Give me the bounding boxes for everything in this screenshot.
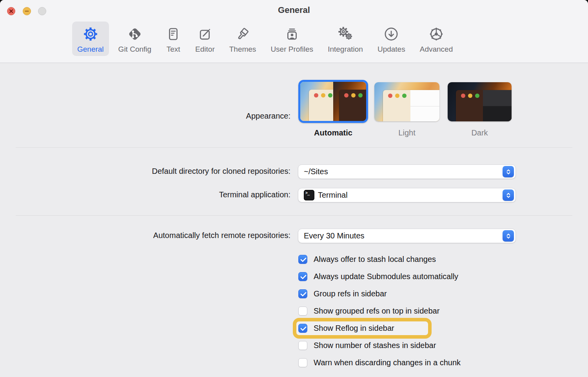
toolbar-tabs: General Git Config [72,22,458,56]
checkbox[interactable] [298,324,307,333]
tab-editor[interactable]: Editor [190,22,220,56]
window-title: General [0,5,588,15]
default-directory-value: ~/Sites [304,167,503,176]
git-icon [127,25,143,43]
terminal-app-icon [304,190,314,200]
dial-gear-icon [429,25,444,43]
auto-fetch-value: Every 30 Minutes [304,231,503,240]
checkbox-row-number-of-stashes[interactable]: Show number of stashes in sidebar [298,341,436,350]
close-button[interactable] [7,7,15,15]
terminal-app-value: Terminal [304,190,503,200]
tab-label: Editor [195,45,215,53]
appearance-label-light: Light [374,128,439,137]
section-divider [16,215,572,216]
tab-label: Updates [377,45,405,53]
checkbox[interactable] [298,255,307,264]
tab-label: Git Config [118,45,151,53]
tab-themes[interactable]: Themes [224,22,261,56]
tab-general[interactable]: General [72,22,109,56]
popup-arrows-icon [503,189,514,201]
appearance-label-automatic: Automatic [298,128,368,137]
terminal-app-name: Terminal [318,191,348,200]
checkbox-row-warn-discarding[interactable]: Warn when discarding changes in a chunk [298,358,461,367]
auto-fetch-select[interactable]: Every 30 Minutes [298,229,516,243]
appearance-option-automatic[interactable] [298,80,368,123]
minimize-button[interactable] [23,7,31,15]
tab-label: Text [167,45,180,53]
tab-updates[interactable]: Updates [372,22,410,56]
checkbox-row-show-reflog[interactable]: Show Reflog in sidebar [298,324,394,333]
checkbox[interactable] [298,307,307,316]
checkbox-row-stash-local-changes[interactable]: Always offer to stash local changes [298,255,436,264]
toolbar: General [0,0,588,63]
tab-user-profiles[interactable]: User Profiles [265,22,318,56]
default-directory-select[interactable]: ~/Sites [298,164,516,179]
auto-fetch-label: Automatically fetch remote repositories: [153,231,290,240]
tab-label: Themes [229,45,256,53]
checkbox[interactable] [298,272,307,281]
tab-git-config[interactable]: Git Config [113,22,156,56]
tab-advanced[interactable]: Advanced [415,22,458,56]
terminal-app-select[interactable]: Terminal [298,188,516,202]
contact-card-icon [285,25,299,43]
tab-label: Advanced [420,45,453,53]
paint-brush-icon [235,25,250,43]
checkbox-row-update-submodules[interactable]: Always update Submodules automatically [298,272,458,281]
edit-pencil-icon [198,25,212,43]
appearance-option-dark[interactable] [448,82,512,121]
checkbox[interactable] [298,341,307,350]
checkbox[interactable] [298,289,307,298]
tab-integration[interactable]: Integration [323,22,368,56]
popup-arrows-icon [503,230,514,242]
download-circle-icon [384,25,399,43]
section-divider [16,147,572,148]
terminal-app-label: Terminal application: [219,190,290,199]
gears-icon [338,25,353,43]
tab-label: Integration [328,45,363,53]
zoom-button[interactable] [38,7,46,15]
checkbox[interactable] [298,358,307,367]
popup-arrows-icon [503,166,514,177]
appearance-option-light[interactable] [374,82,439,121]
tab-label: General [77,45,104,53]
tab-text[interactable]: Text [161,22,186,56]
checkbox-row-grouped-refs-on-top[interactable]: Show grouped refs on top in sidebar [298,307,439,316]
default-directory-label: Default directory for cloned repositorie… [152,167,291,176]
gear-icon [83,25,98,43]
preferences-window: General [0,0,588,377]
tab-label: User Profiles [270,45,313,53]
text-document-icon [166,25,181,43]
appearance-label-dark: Dark [448,128,512,137]
appearance-label: Appearance: [246,112,290,121]
checkbox-row-group-refs[interactable]: Group refs in sidebar [298,289,387,298]
